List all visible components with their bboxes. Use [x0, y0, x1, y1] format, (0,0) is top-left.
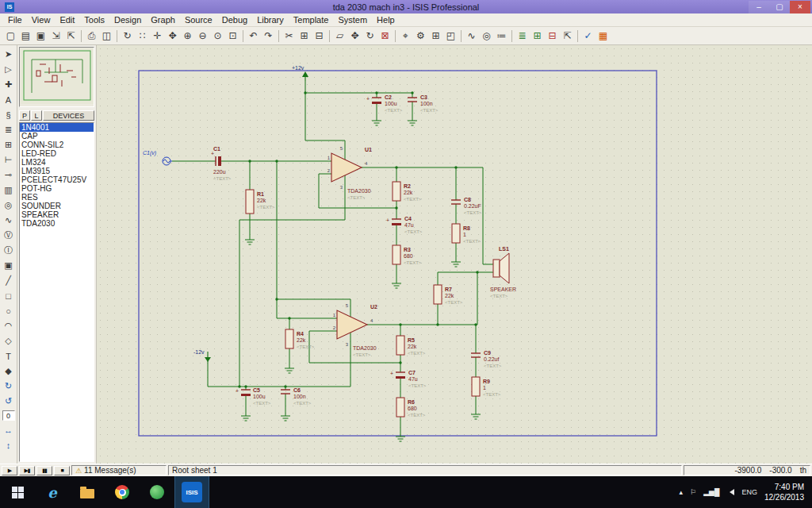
component-R1[interactable]: R1 22k <TEXT>	[246, 190, 275, 214]
menu-system[interactable]: System	[333, 14, 372, 25]
menu-edit[interactable]: Edit	[55, 14, 79, 25]
component-R3[interactable]: R3 680 <TEXT>	[393, 245, 422, 265]
wire-autorouter-icon[interactable]: ∿	[464, 29, 479, 44]
menu-file[interactable]: File	[3, 14, 27, 25]
component-R8[interactable]: R8 1 <TEXT>	[452, 224, 481, 244]
device-led-red[interactable]: LED-RED	[20, 149, 94, 158]
current-probe-mode-icon[interactable]: Ⓘ	[1, 243, 16, 258]
text-2d-icon[interactable]: T	[1, 348, 16, 364]
new-sheet-icon[interactable]: ⊞	[530, 29, 545, 44]
rotate-anticlockwise-icon[interactable]: ↺	[1, 394, 16, 409]
zoom-area-icon[interactable]: ⊡	[225, 29, 240, 44]
block-delete-icon[interactable]: ⊠	[377, 29, 393, 44]
menu-library[interactable]: Library	[252, 14, 289, 25]
redraw-icon[interactable]: ↻	[120, 29, 135, 44]
sim-pause-button[interactable]: ▮▮	[36, 466, 52, 475]
wires[interactable]	[172, 81, 493, 433]
sim-stop-button[interactable]: ■	[54, 466, 70, 475]
menu-debug[interactable]: Debug	[217, 14, 252, 25]
save-design-icon[interactable]: ▣	[33, 29, 48, 44]
component-LS1[interactable]: LS1 SPEAKER <TEXT>	[490, 246, 516, 298]
clock[interactable]: 7:40 PM 12/26/2013	[764, 482, 804, 502]
component-R5[interactable]: R5 22k <TEXT>	[396, 336, 426, 356]
close-button[interactable]: ×	[790, 1, 810, 13]
component-C5[interactable]: + C5 100u <TEXT>	[236, 387, 271, 406]
sim-play-button[interactable]: ▶	[2, 466, 17, 475]
menu-template[interactable]: Template	[289, 14, 334, 25]
copy-icon[interactable]: ⊞	[297, 29, 312, 44]
message-panel[interactable]: ⚠ 11 Message(s)	[71, 465, 167, 475]
device-cap[interactable]: CAP	[20, 132, 94, 140]
selection-mode-icon[interactable]: ➤	[1, 47, 16, 62]
zoom-out-icon[interactable]: ⊖	[195, 29, 210, 44]
device-conn-sil2[interactable]: CONN-SIL2	[20, 140, 94, 149]
component-C1[interactable]: + C1 220u <TEXT>	[211, 146, 232, 181]
isis-taskbar-button[interactable]: ISIS	[174, 476, 209, 508]
menu-help[interactable]: Help	[372, 14, 400, 25]
cut-icon[interactable]: ✂	[282, 29, 297, 44]
menu-view[interactable]: View	[27, 14, 56, 25]
generator-mode-icon[interactable]: ∿	[1, 213, 16, 228]
make-device-icon[interactable]: ⚙	[413, 29, 428, 44]
device-1n4001[interactable]: 1N4001	[20, 123, 94, 132]
pan-icon[interactable]: ✥	[165, 29, 180, 44]
goto-sheet-icon[interactable]: ⇱	[560, 29, 575, 44]
toggle-grid-icon[interactable]: ∷	[135, 29, 150, 44]
redo-icon[interactable]: ↷	[261, 29, 276, 44]
component-R7[interactable]: R7 22k <TEXT>	[434, 285, 463, 305]
menu-graph[interactable]: Graph	[146, 14, 180, 25]
hidden-icons-button[interactable]: ▴	[680, 488, 684, 496]
file-explorer-button[interactable]	[70, 476, 105, 508]
import-section-icon[interactable]: ⇲	[48, 29, 63, 44]
component-C7[interactable]: + C7 47u <TEXT>	[390, 370, 427, 388]
power-terminal-positive[interactable]: +12v	[292, 65, 308, 81]
schematic[interactable]: +12v -12v C1(v) +	[97, 45, 812, 464]
undo-icon[interactable]: ↶	[246, 29, 261, 44]
angle-display[interactable]: 0	[2, 410, 15, 421]
sim-step-button[interactable]: ▶▮	[19, 466, 35, 475]
restore-button[interactable]: ▢	[769, 1, 790, 13]
property-assignment-icon[interactable]: ≔	[494, 29, 509, 44]
path-2d-icon[interactable]: ◇	[1, 333, 16, 348]
virtual-instrument-mode-icon[interactable]: ▣	[1, 258, 16, 273]
toggle-origin-icon[interactable]: ✛	[150, 29, 165, 44]
device-res[interactable]: RES	[20, 193, 94, 202]
pick-parts-button[interactable]: P	[19, 110, 30, 121]
device-lm3915[interactable]: LM3915	[20, 167, 94, 175]
volume-icon[interactable]	[726, 489, 734, 495]
device-lm324[interactable]: LM324	[20, 158, 94, 167]
design-explorer-icon[interactable]: ≣	[515, 29, 530, 44]
action-center-icon[interactable]: ⚐	[690, 488, 696, 496]
chrome-button[interactable]	[105, 476, 140, 508]
pick-device-icon[interactable]: ⌖	[398, 29, 413, 44]
mirror-horizontal-icon[interactable]: ↔	[1, 422, 16, 437]
bus-mode-icon[interactable]: ≣	[1, 122, 16, 137]
terminal-mode-icon[interactable]: ⊢	[1, 152, 16, 167]
device-pin-mode-icon[interactable]: ⊸	[1, 167, 16, 183]
zoom-all-icon[interactable]: ⊙	[210, 29, 225, 44]
component-C4[interactable]: + C4 47u <TEXT>	[386, 216, 423, 234]
junction-dot-mode-icon[interactable]: ✚	[1, 77, 16, 92]
device-pot-hg[interactable]: POT-HG	[20, 184, 94, 193]
export-section-icon[interactable]: ⇱	[63, 29, 79, 44]
component-R6[interactable]: R6 680 <TEXT>	[396, 398, 426, 418]
subcircuit-mode-icon[interactable]: ⊞	[1, 137, 16, 152]
box-2d-icon[interactable]: □	[1, 288, 16, 303]
component-mode-icon[interactable]: ▷	[1, 62, 16, 77]
menu-source[interactable]: Source	[180, 14, 217, 25]
device-pcelect47u25v[interactable]: PCELECT47U25V	[20, 175, 94, 184]
electrical-rule-check-icon[interactable]: ✓	[580, 29, 596, 44]
decompose-icon[interactable]: ◰	[443, 29, 458, 44]
rotate-clockwise-icon[interactable]: ↻	[1, 379, 16, 394]
tape-recorder-mode-icon[interactable]: ◎	[1, 198, 16, 213]
device-speaker[interactable]: SPEAKER	[20, 210, 94, 219]
remove-sheet-icon[interactable]: ⊟	[545, 29, 560, 44]
component-C2[interactable]: + C2 100u <TEXT>	[366, 94, 403, 113]
block-move-icon[interactable]: ✥	[347, 29, 362, 44]
component-R2[interactable]: R2 22k <TEXT>	[393, 182, 422, 202]
green-app-button[interactable]	[140, 476, 174, 508]
paste-icon[interactable]: ⊟	[312, 29, 327, 44]
block-copy-icon[interactable]: ▱	[332, 29, 347, 44]
circle-2d-icon[interactable]: ○	[1, 303, 16, 318]
start-button[interactable]	[0, 476, 35, 508]
